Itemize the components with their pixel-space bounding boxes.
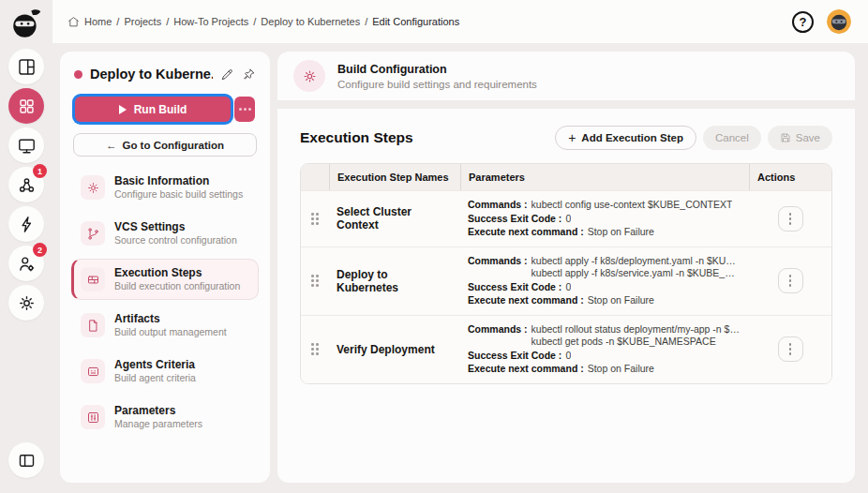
command-line: kubectl config use-context $KUBE_CONTEXT <box>531 199 733 212</box>
row-actions-kebab-button[interactable] <box>778 336 803 362</box>
left-arrow-icon: ← <box>106 140 117 151</box>
table-row: Verify Deployment Commands : kubectl rol… <box>301 315 831 383</box>
user-avatar[interactable] <box>827 9 851 34</box>
column-header-parameters: Parameters <box>460 164 749 190</box>
execution-steps-table: Execution Step Names Parameters Actions … <box>300 163 832 384</box>
settings-icon[interactable] <box>8 285 44 321</box>
gear-icon <box>81 175 105 200</box>
sidebar-item-title: Basic Information <box>114 174 243 187</box>
sidebar-item-title: Artifacts <box>114 312 227 325</box>
add-execution-step-button[interactable]: + Add Execution Step <box>555 126 696 150</box>
dashboard-icon[interactable] <box>8 49 44 84</box>
sidebar-item-artifacts[interactable]: Artifacts Build output management <box>71 305 259 346</box>
command-line: kubectl rollout status deployment/my-app… <box>531 323 741 336</box>
build-title: Deploy to Kuberne... <box>90 67 213 82</box>
header-divider <box>277 100 855 109</box>
sidebar-item-subtitle: Source control configuration <box>114 234 237 246</box>
commands-label: Commands : <box>468 255 528 280</box>
steps-icon <box>81 267 105 291</box>
breadcrumb-how-to-projects[interactable]: How-To Projects <box>173 16 248 27</box>
play-icon <box>119 105 127 114</box>
ninja-logo-icon[interactable] <box>9 7 43 41</box>
help-button[interactable]: ? <box>792 11 814 33</box>
breadcrumb-separator: / <box>116 16 119 27</box>
breadcrumb-current-page: Edit Configurations <box>372 16 459 27</box>
page-title: Build Configuration <box>337 63 537 76</box>
user-gear-icon[interactable]: 2 <box>8 246 44 281</box>
sidebar-item-title: Agents Criteria <box>114 358 196 371</box>
breadcrumb-home[interactable]: Home <box>84 16 112 27</box>
notification-badge: 1 <box>33 164 47 178</box>
sidebar-item-title: Execution Steps <box>114 266 240 279</box>
command-line: kubectl apply -f k8s/deployment.yaml -n … <box>531 255 741 268</box>
sidebar-item-title: Parameters <box>114 404 202 417</box>
sidebar-item-agents-criteria[interactable]: Agents Criteria Build agent criteria <box>71 351 259 392</box>
breadcrumb-separator: / <box>166 16 169 27</box>
notification-badge: 2 <box>33 243 47 257</box>
commands-label: Commands : <box>468 199 528 212</box>
page-subtitle: Configure build settings and requirement… <box>337 79 537 90</box>
drag-handle-icon[interactable] <box>311 213 319 225</box>
cancel-button[interactable]: Cancel <box>703 126 761 150</box>
breadcrumb-projects[interactable]: Projects <box>124 16 161 27</box>
execute-next-value: Stop on Failure <box>588 294 654 307</box>
commands-label: Commands : <box>468 323 528 349</box>
breadcrumb-separator: / <box>365 16 367 27</box>
execute-next-value: Stop on Failure <box>588 363 654 376</box>
apps-grid-icon[interactable] <box>8 88 44 124</box>
execute-next-value: Stop on Failure <box>588 226 654 239</box>
step-parameters: Commands : kubectl rollout status deploy… <box>460 323 749 376</box>
success-exit-code-label: Success Exit Code : <box>468 213 561 226</box>
success-exit-code-label: Success Exit Code : <box>468 281 561 294</box>
save-button[interactable]: Save <box>768 126 832 150</box>
run-build-label: Run Build <box>134 103 187 116</box>
add-execution-step-label: Add Execution Step <box>581 132 683 143</box>
sidebar-item-title: VCS Settings <box>114 220 237 233</box>
question-mark-icon: ? <box>800 15 807 29</box>
branch-icon <box>81 221 105 246</box>
pin-icon[interactable] <box>242 67 256 82</box>
breadcrumb: Home / Projects / How-To Projects / Depl… <box>67 16 459 28</box>
step-parameters: Commands : kubectl config use-context $K… <box>460 199 749 239</box>
sidebar-item-execution-steps[interactable]: Execution Steps Build execution configur… <box>71 259 259 300</box>
section-title: Execution Steps <box>300 129 413 146</box>
sidebar-item-vcs-settings[interactable]: VCS Settings Source control configuratio… <box>71 213 259 254</box>
main-panel: Build Configuration Configure build sett… <box>277 52 855 483</box>
save-label: Save <box>796 132 820 143</box>
sidebar-item-subtitle: Build output management <box>114 326 227 338</box>
build-sidebar: Deploy to Kuberne... Run Build <box>60 52 270 483</box>
row-actions-kebab-button[interactable] <box>778 268 803 293</box>
webhook-icon[interactable]: 1 <box>8 167 44 202</box>
monitor-icon[interactable] <box>8 127 44 163</box>
drag-handle-icon[interactable] <box>311 343 319 355</box>
lightning-icon[interactable] <box>8 206 44 242</box>
table-row: Deploy to Kubernetes Commands : kubectl … <box>301 246 831 315</box>
agent-icon <box>81 359 105 383</box>
column-header-step-names: Execution Step Names <box>329 164 460 190</box>
table-row: Select Cluster Context Commands : kubect… <box>301 190 831 246</box>
sidebar-item-basic-information[interactable]: Basic Information Configure basic build … <box>71 167 259 208</box>
run-build-button[interactable]: Run Build <box>75 97 231 122</box>
sidebar-item-parameters[interactable]: Parameters Manage parameters <box>71 396 259 438</box>
panel-toggle-icon[interactable] <box>8 442 44 478</box>
step-name: Deploy to Kubernetes <box>329 255 460 307</box>
home-icon <box>67 16 80 28</box>
execute-next-label: Execute next command : <box>468 226 584 239</box>
table-header: Execution Step Names Parameters Actions <box>301 164 831 190</box>
sliders-icon <box>81 405 105 429</box>
drag-handle-icon[interactable] <box>311 275 319 287</box>
topbar: Home / Projects / How-To Projects / Depl… <box>52 0 868 43</box>
go-to-configuration-button[interactable]: ← Go to Configuration <box>73 133 257 157</box>
command-line: kubectl get pods -n $KUBE_NAMESPACE <box>531 336 741 349</box>
plus-icon: + <box>568 131 576 144</box>
column-header-actions: Actions <box>749 164 831 190</box>
breadcrumb-deploy-to-kubernetes[interactable]: Deploy to Kubernetes <box>261 16 360 27</box>
edit-pencil-icon[interactable] <box>220 67 234 82</box>
sidebar-item-subtitle: Build execution configuration <box>114 280 240 292</box>
breadcrumb-separator: / <box>253 16 256 27</box>
success-exit-code-value: 0 <box>565 213 571 226</box>
app: 1 2 Home / Projects / How-To Projects <box>0 0 868 493</box>
execute-next-label: Execute next command : <box>468 363 584 376</box>
row-actions-kebab-button[interactable] <box>778 206 803 232</box>
run-build-more-button[interactable] <box>234 97 255 122</box>
